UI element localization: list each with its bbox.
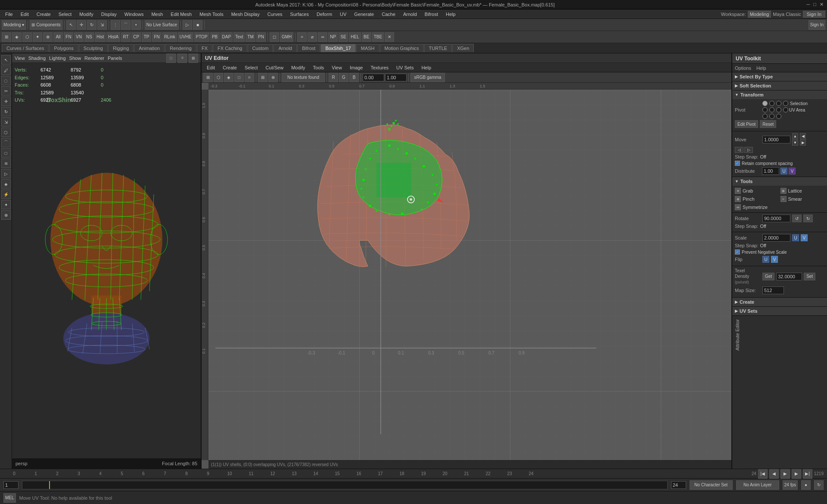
scale-v-btn[interactable]: V: [801, 234, 808, 241]
pivot-uvarea-radio[interactable]: [783, 107, 788, 112]
menu-display[interactable]: Display: [98, 11, 120, 18]
tool-tm[interactable]: TM: [246, 32, 255, 42]
anim-btn[interactable]: ▷: [1, 169, 11, 178]
vp-shading-menu[interactable]: Shading: [28, 56, 46, 61]
reset-btn[interactable]: Reset: [760, 120, 776, 128]
scale-tool[interactable]: ⇲: [97, 20, 107, 30]
uv-canvas[interactable]: -0.3 -0.1 0.1 0.3 0.5 0.7 0.9 1.1 1.3 1.…: [202, 83, 731, 469]
uv-menu-help[interactable]: Help: [418, 64, 435, 71]
tool-x[interactable]: ✕: [385, 32, 394, 42]
next-frame-btn[interactable]: ▶: [792, 469, 801, 479]
sign-in-btn[interactable]: Sign In: [803, 11, 825, 18]
start-frame-input[interactable]: [3, 481, 19, 489]
texel-get-btn[interactable]: Get: [762, 273, 774, 280]
tab-arnold[interactable]: Arnold: [274, 44, 297, 52]
uv-menu-create[interactable]: Create: [219, 64, 240, 71]
misc-btn[interactable]: ⊕: [1, 210, 11, 220]
uv-tool-5[interactable]: ⌗: [245, 73, 254, 82]
ipr-btn[interactable]: ■: [193, 20, 202, 30]
timeline-area[interactable]: [22, 481, 668, 489]
tool-be[interactable]: BE: [362, 32, 371, 42]
edit-pivot-btn[interactable]: Edit Pivot: [735, 120, 758, 128]
move-prev-btn[interactable]: ◀: [800, 133, 806, 139]
uv-menu-cutsew[interactable]: Cut/Sew: [262, 64, 287, 71]
tab-bifrost[interactable]: Bifrost: [297, 44, 320, 52]
map-size-input[interactable]: [762, 286, 784, 294]
close-btn[interactable]: ✕: [820, 2, 824, 7]
grab-tool[interactable]: ✕ Grab: [735, 187, 779, 194]
move-right-btn[interactable]: ▷: [744, 147, 753, 153]
create-header[interactable]: ▶ Create: [732, 298, 827, 306]
scale-value-input[interactable]: [762, 234, 790, 242]
tab-rendering[interactable]: Rendering: [165, 44, 196, 52]
tool-deform1[interactable]: ≈: [297, 32, 307, 42]
distribute-u-btn[interactable]: U: [780, 168, 787, 174]
menu-arnold[interactable]: Arnold: [400, 11, 420, 18]
uv-channel-b[interactable]: B: [349, 73, 359, 82]
uv-menu-modify[interactable]: Modify: [288, 64, 308, 71]
snap-point[interactable]: •: [131, 20, 141, 30]
tool-rlink[interactable]: RLink: [162, 32, 177, 42]
options-label[interactable]: Options: [735, 65, 751, 71]
tool-fn[interactable]: FN: [64, 32, 73, 42]
tab-polygons[interactable]: Polygons: [49, 44, 78, 52]
distribute-value-input[interactable]: [762, 167, 779, 175]
pivot-radio-1[interactable]: [762, 101, 768, 106]
menu-bifrost[interactable]: Bifrost: [421, 11, 441, 18]
rotate-value-input[interactable]: [762, 215, 790, 222]
workspace-select[interactable]: Modeling: [748, 11, 771, 18]
snap-grid[interactable]: ⋮: [111, 20, 120, 30]
timeline-track[interactable]: [22, 481, 668, 489]
tool-text[interactable]: Text: [233, 32, 245, 42]
pivot-radio-3[interactable]: [776, 101, 781, 106]
tab-custom[interactable]: Custom: [248, 44, 274, 52]
crv-btn[interactable]: ⌒: [1, 138, 11, 147]
flip-u-btn[interactable]: U: [762, 256, 769, 263]
tab-fx-caching[interactable]: FX Caching: [213, 44, 247, 52]
uv-channel-r[interactable]: R: [329, 73, 338, 82]
snap-curve[interactable]: ⌒: [121, 20, 131, 30]
sign-in-area[interactable]: Sign In: [808, 20, 825, 30]
help-label[interactable]: Help: [756, 65, 766, 71]
soft-selection-header[interactable]: ▶ Soft Selection: [732, 81, 827, 90]
tool-tbe[interactable]: TBE: [372, 32, 384, 42]
uv-gamma-select[interactable]: sRGB gamma: [410, 73, 445, 82]
tool-cp[interactable]: CP: [131, 32, 141, 42]
tab-rigging[interactable]: Rigging: [108, 44, 134, 52]
uv-tool-4[interactable]: □: [234, 73, 244, 82]
tool-rt[interactable]: RT: [121, 32, 131, 42]
texel-set-btn[interactable]: Set: [804, 273, 815, 280]
menu-create[interactable]: Create: [33, 11, 54, 18]
rotate-apply-btn[interactable]: ↻: [803, 215, 813, 222]
tool-poly1[interactable]: ◻: [270, 32, 279, 42]
distribute-v-btn[interactable]: V: [789, 168, 796, 174]
paint-btn[interactable]: 🖊: [1, 65, 11, 75]
lasso-btn[interactable]: ◌: [1, 76, 11, 85]
select-by-type-header[interactable]: ▶ Select By Type: [732, 72, 827, 81]
tool-se[interactable]: SE: [339, 32, 348, 42]
pivot-radio-5[interactable]: [762, 107, 768, 112]
menu-edit[interactable]: Edit: [17, 11, 32, 18]
menu-mesh-display[interactable]: Mesh Display: [228, 11, 263, 18]
menu-help[interactable]: Help: [442, 11, 459, 18]
vp-lighting-menu[interactable]: Lighting: [49, 56, 66, 61]
tab-xgen[interactable]: XGen: [452, 44, 474, 52]
scale-u-btn[interactable]: U: [792, 234, 799, 241]
pivot-radio-2[interactable]: [769, 101, 774, 106]
pivot-radio-4[interactable]: [783, 101, 788, 106]
move-btn-lt[interactable]: ✛: [1, 96, 11, 106]
rotate-tool[interactable]: ↻: [87, 20, 96, 30]
uv-menu-textures[interactable]: Textures: [367, 64, 392, 71]
menu-mesh[interactable]: Mesh: [148, 11, 166, 18]
prevent-neg-scale-checkbox[interactable]: ✓: [735, 249, 740, 255]
rotate-reset-btn[interactable]: ↺: [792, 215, 802, 222]
retain-spacing-checkbox[interactable]: ✓: [735, 161, 740, 166]
vp-show-menu[interactable]: Show: [69, 56, 81, 61]
menu-cache[interactable]: Cache: [378, 11, 399, 18]
menu-curves[interactable]: Curves: [264, 11, 286, 18]
pinch-tool[interactable]: ⊕ Pinch: [735, 196, 779, 202]
play-btn[interactable]: ▶: [780, 469, 790, 479]
transform-header[interactable]: ▼ Transform: [732, 90, 827, 99]
skip-start-btn[interactable]: |◀: [758, 469, 768, 479]
uv-texture-display[interactable]: No texture found: [282, 73, 325, 82]
